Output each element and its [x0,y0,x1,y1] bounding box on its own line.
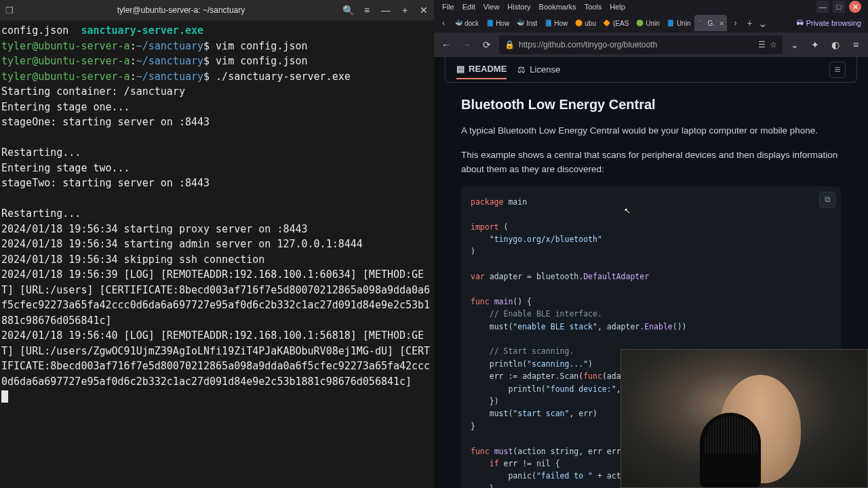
tab-favicon-icon: 📘 [544,19,552,27]
table-of-contents-icon[interactable]: ≡ [829,62,846,78]
reader-icon[interactable]: ☰ [758,40,766,49]
log-line: Restarting... [1,207,81,220]
browser-tab[interactable]: 📘Unin [664,15,694,31]
minimize-button[interactable]: — [380,4,392,16]
browser-tab[interactable]: 🔶(EAS [600,15,631,31]
menu-tools[interactable]: Tools [580,3,606,11]
maximize-button[interactable]: □ [833,1,845,13]
prompt-user: tyler [1,40,32,52]
browser-tab-strip: ‹ 🐳dock 📘How 🐳Inst 📘How 🟠ubu 🔶(EAS 🟢Unin… [434,14,868,33]
tab-favicon-icon: 🐳 [454,19,462,27]
browser-tab[interactable]: 🟢Unin [633,15,663,31]
menu-view[interactable]: View [479,3,504,11]
repo-file-tabs: ▤ README ⚖ License ≡ [445,57,857,83]
log-line: Restarting... [1,146,81,159]
close-button[interactable]: ✕ [418,4,430,16]
star-icon[interactable]: ☆ [770,40,777,49]
forward-button[interactable]: → [458,37,475,53]
browser-tab[interactable]: 🐳Inst [513,15,540,31]
readme-tab[interactable]: ▤ README [456,60,507,79]
hamburger-menu-icon[interactable]: ≡ [848,37,864,53]
log-line: Starting container: /sanctuary [1,85,185,98]
tab-scroll-right-icon[interactable]: › [728,16,742,30]
tab-favicon-icon: 📘 [486,19,494,27]
search-icon[interactable]: 🔍 [342,4,354,16]
menu-history[interactable]: History [503,3,534,11]
section-heading: Bluetooth Low Energy Central [461,94,841,115]
tab-favicon-icon: 🟠 [574,19,583,27]
menu-help[interactable]: Help [606,3,629,11]
file-listing: sanctuary-server.exe [81,24,203,37]
terminal-window: ❐ tyler@ubuntu-server-a: ~/sanctuary 🔍 ≡… [0,0,434,488]
account-icon[interactable]: ◐ [827,37,844,53]
webcam-overlay [620,349,868,488]
new-tab-button[interactable]: + [743,18,755,28]
log-line: Entering stage two... [1,162,130,174]
browser-tab-active[interactable]: ⚫Git✕ [694,15,727,31]
minimize-button[interactable]: — [816,1,829,13]
log-line: 2024/01/18 19:56:34 skipping ssh connect… [1,253,264,266]
log-line: stageOne: starting server on :8443 [1,116,210,128]
browser-tab[interactable]: 🟠ubu [572,15,599,31]
browser-nav-bar: ← → ⟳ 🔒 https://github.com/tinygo-org/bl… [434,33,868,57]
new-tab-button[interactable]: + [399,4,411,16]
window-controls: — □ ✕ [816,1,864,13]
mask-icon: 🕶 [796,19,804,27]
tab-favicon-icon: 🔶 [603,19,611,27]
prompt-path: ~/sanctuary [136,40,203,52]
back-button[interactable]: ← [438,37,454,53]
file-listing: config.json [1,24,68,37]
url-text: https://github.com/tinygo-org/bluetooth [519,40,754,49]
browser-tab[interactable]: 📘How [541,15,570,31]
terminal-app-icon: ❐ [4,5,15,16]
browser-window: File Edit View History Bookmarks Tools H… [434,0,868,488]
mouse-cursor-icon: ↖ [624,206,631,216]
tab-overflow-icon[interactable]: ⌄ [757,17,768,30]
menu-bookmarks[interactable]: Bookmarks [535,3,580,11]
paragraph: A typical Bluetooth Low Energy Central w… [461,123,841,138]
lock-icon: 🔒 [505,40,515,49]
paragraph: This example shows a central that scans … [461,148,841,177]
tab-favicon-icon: ⚫ [697,19,705,27]
webcam-feed [621,350,867,487]
log-line: 2024/01/18 19:56:34 starting admin serve… [1,238,363,250]
command-text: vim config.json [216,55,307,67]
prompt-host: ubuntu-server-a [38,40,130,52]
terminal-window-controls: 🔍 ≡ — + ✕ [342,4,430,16]
command-text: vim config.json [216,40,307,52]
terminal-titlebar: ❐ tyler@ubuntu-server-a: ~/sanctuary 🔍 ≡… [0,0,434,20]
menu-file[interactable]: File [438,3,458,11]
url-bar[interactable]: 🔒 https://github.com/tinygo-org/bluetoot… [499,35,783,54]
close-button[interactable]: ✕ [849,1,861,13]
log-line: 2024/01/18 19:56:39 [LOG] [REMOTEADDR:19… [1,268,430,327]
copy-button[interactable]: ⧉ [819,192,835,208]
scale-icon: ⚖ [517,64,526,75]
extensions-icon[interactable]: ✦ [807,37,823,53]
tab-favicon-icon: 🟢 [635,19,644,27]
private-browsing-badge: 🕶 Private browsing [792,19,865,27]
terminal-title: tyler@ubuntu-server-a: ~/sanctuary [20,5,342,15]
tab-close-icon[interactable]: ✕ [719,20,724,27]
log-line: 2024/01/18 19:56:34 starting proxy serve… [1,223,308,235]
reload-button[interactable]: ⟳ [479,37,495,53]
menu-icon[interactable]: ≡ [361,4,373,16]
log-line: stageTwo: starting server on :8443 [1,177,210,189]
tab-scroll-left-icon[interactable]: ‹ [437,16,450,30]
terminal-cursor [1,390,8,403]
browser-menubar: File Edit View History Bookmarks Tools H… [434,0,868,14]
log-line: 2024/01/18 19:56:40 [LOG] [REMOTEADDR:19… [1,329,430,388]
terminal-output[interactable]: config.json sanctuary-server.exe tyler@u… [0,20,434,488]
license-tab[interactable]: ⚖ License [517,60,560,79]
pocket-icon[interactable]: ⌄ [787,37,803,53]
tab-favicon-icon: 🐳 [516,19,524,27]
browser-tab[interactable]: 📘How [483,15,512,31]
log-line: Entering stage one... [1,101,130,113]
menu-edit[interactable]: Edit [458,3,479,11]
browser-tab[interactable]: 🐳dock [452,15,481,31]
tab-favicon-icon: 📘 [667,19,675,27]
book-icon: ▤ [456,64,465,74]
command-text: ./sanctuary-server.exe [216,70,351,83]
